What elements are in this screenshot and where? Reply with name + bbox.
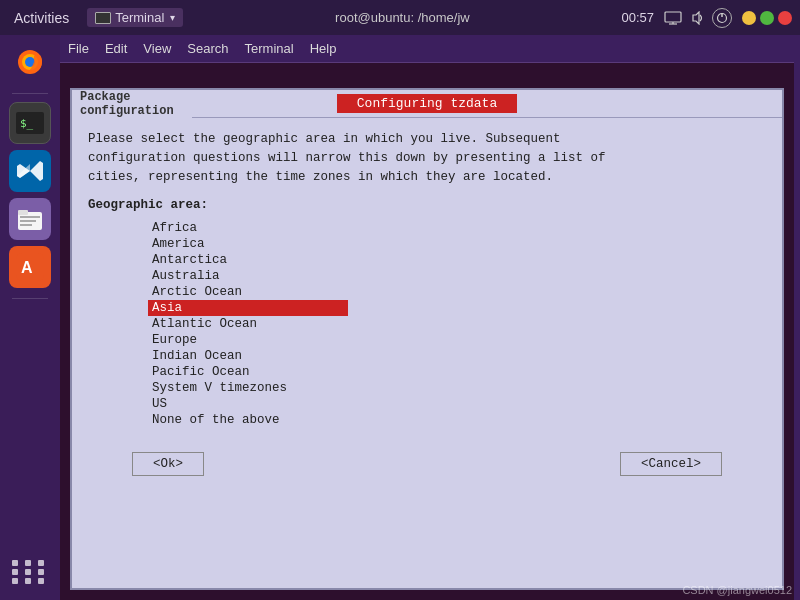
desc-line1: Please select the geographic area in whi…	[88, 130, 766, 149]
top-bar: Activities Terminal ▾ root@ubuntu: /home…	[0, 0, 800, 35]
menu-help[interactable]: Help	[310, 41, 337, 56]
dialog-title: Configuring tzdata	[337, 94, 517, 113]
dialog-overlay: Package configuration Configuring tzdata…	[60, 63, 794, 600]
dialog-titlebar: Package configuration Configuring tzdata	[72, 90, 782, 118]
terminal-taskbar-button[interactable]: Terminal ▾	[87, 8, 183, 27]
geo-item-pacific-ocean[interactable]: Pacific Ocean	[148, 364, 348, 380]
power-icon[interactable]	[712, 8, 732, 28]
menu-edit[interactable]: Edit	[105, 41, 127, 56]
menu-file[interactable]: File	[68, 41, 89, 56]
volume-icon	[688, 11, 706, 25]
sidebar-terminal-icon[interactable]: $_	[9, 102, 51, 144]
geo-item-asia[interactable]: Asia	[148, 300, 348, 316]
svg-rect-14	[20, 220, 36, 222]
terminal-area: File Edit View Search Terminal Help Pack…	[60, 35, 800, 600]
svg-text:$_: $_	[20, 117, 34, 130]
sidebar-files-icon[interactable]	[9, 198, 51, 240]
desc-line3: cities, representing the time zones in w…	[88, 168, 766, 187]
maximize-button[interactable]	[760, 11, 774, 25]
geo-list: AfricaAmericaAntarcticaAustraliaArctic O…	[88, 220, 766, 428]
geo-item-arctic-ocean[interactable]: Arctic Ocean	[148, 284, 348, 300]
sidebar-vscode-icon[interactable]	[9, 150, 51, 192]
geo-area-label: Geographic area:	[88, 198, 766, 212]
dialog-buttons: <Ok> <Cancel>	[72, 436, 782, 486]
geo-item-system-v-timezones[interactable]: System V timezones	[148, 380, 348, 396]
sidebar-divider-2	[12, 298, 48, 299]
svg-rect-12	[18, 210, 28, 215]
geo-item-america[interactable]: America	[148, 236, 348, 252]
clock: 00:57	[621, 10, 654, 25]
ok-button[interactable]: <Ok>	[132, 452, 204, 476]
geo-item-australia[interactable]: Australia	[148, 268, 348, 284]
terminal-icon	[95, 12, 111, 24]
window-controls	[742, 11, 792, 25]
sidebar: $_ A	[0, 35, 60, 600]
package-config-dialog: Package configuration Configuring tzdata…	[70, 88, 784, 590]
top-bar-left: Activities Terminal ▾	[8, 6, 183, 30]
geo-item-indian-ocean[interactable]: Indian Ocean	[148, 348, 348, 364]
window-title: root@ubuntu: /home/jw	[335, 10, 470, 25]
watermark: CSDN @jiangwei0512	[682, 584, 792, 596]
terminal-window: File Edit View Search Terminal Help Pack…	[60, 35, 794, 600]
menu-terminal[interactable]: Terminal	[245, 41, 294, 56]
top-bar-right: 00:57	[621, 8, 792, 28]
sys-tray	[664, 8, 732, 28]
dialog-body: Please select the geographic area in whi…	[72, 118, 782, 436]
cancel-button[interactable]: <Cancel>	[620, 452, 722, 476]
geo-item-none-of-the-above[interactable]: None of the above	[148, 412, 348, 428]
svg-rect-15	[20, 224, 32, 226]
dialog-description: Please select the geographic area in whi…	[88, 130, 766, 186]
menu-search[interactable]: Search	[187, 41, 228, 56]
svg-rect-0	[665, 12, 681, 22]
sidebar-divider-1	[12, 93, 48, 94]
desc-line2: configuration questions will narrow this…	[88, 149, 766, 168]
activities-button[interactable]: Activities	[8, 6, 75, 30]
svg-marker-3	[693, 12, 699, 24]
geo-item-africa[interactable]: Africa	[148, 220, 348, 236]
terminal-menubar: File Edit View Search Terminal Help	[60, 35, 794, 63]
menu-view[interactable]: View	[143, 41, 171, 56]
network-icon	[664, 11, 682, 25]
svg-rect-13	[20, 216, 40, 218]
geo-item-europe[interactable]: Europe	[148, 332, 348, 348]
terminal-taskbar-label: Terminal	[115, 10, 164, 25]
terminal-dropdown-arrow: ▾	[170, 12, 175, 23]
terminal-content: Package configuration Configuring tzdata…	[60, 63, 794, 600]
svg-text:A: A	[21, 259, 33, 276]
sidebar-firefox-icon[interactable]	[9, 41, 51, 83]
package-config-label: Package configuration	[72, 90, 192, 118]
geo-item-us[interactable]: US	[148, 396, 348, 412]
sidebar-appstore-icon[interactable]: A	[9, 246, 51, 288]
main-layout: $_ A	[0, 35, 800, 600]
show-apps-button[interactable]	[12, 554, 48, 590]
geo-item-antarctica[interactable]: Antarctica	[148, 252, 348, 268]
close-button[interactable]	[778, 11, 792, 25]
geo-item-atlantic-ocean[interactable]: Atlantic Ocean	[148, 316, 348, 332]
minimize-button[interactable]	[742, 11, 756, 25]
